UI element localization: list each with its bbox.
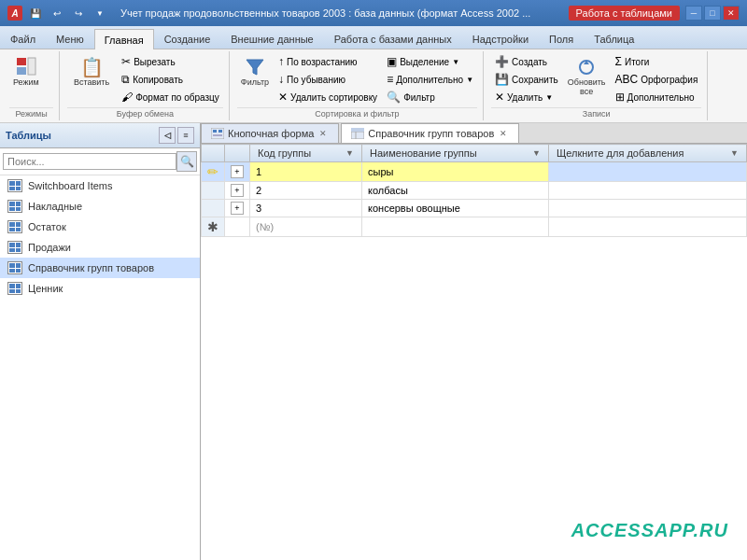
table-icon-ostatok xyxy=(7,220,22,233)
tab-file[interactable]: Файл xyxy=(0,28,46,49)
zapisi-col1: ➕ Создать 💾 Сохранить ✕ Удалить ▼ xyxy=(491,53,562,105)
filter-button[interactable]: Фильтр xyxy=(237,53,273,91)
list-item-ostatok[interactable]: Остаток xyxy=(0,217,200,237)
search-button[interactable]: 🔍 xyxy=(176,151,197,172)
group-bufer-label: Буфер обмена xyxy=(67,107,223,119)
orfogr-icon: ABC xyxy=(615,73,639,86)
list-item-cennik[interactable]: Ценник xyxy=(0,278,200,299)
row-kod-new: (№) xyxy=(250,217,362,237)
expand-btn-2[interactable]: + xyxy=(231,184,244,197)
app-icon: A xyxy=(7,6,22,21)
select-label: Выделение xyxy=(400,57,449,67)
copy-button[interactable]: ⧉ Копировать xyxy=(118,71,223,88)
del-sort-label: Удалить сортировку xyxy=(290,92,377,103)
row-name-2[interactable]: колбасы xyxy=(362,182,549,200)
tab-create[interactable]: Создание xyxy=(154,28,221,49)
list-item-prodazhi[interactable]: Продажи xyxy=(0,237,200,258)
search-input[interactable] xyxy=(3,153,176,170)
paste-icon: 📋 xyxy=(80,56,103,78)
more-label: Дополнительно xyxy=(396,75,463,85)
itogi-btn[interactable]: Σ Итоги xyxy=(612,53,702,70)
create-btn[interactable]: ➕ Создать xyxy=(491,53,562,70)
select-button[interactable]: ▣ Выделение ▼ xyxy=(383,53,477,70)
tab-knopochnaya[interactable]: Кнопочная форма ✕ xyxy=(201,123,339,143)
col-header-kod[interactable]: Код группы ▼ xyxy=(250,145,362,162)
qa-arrow-btn[interactable]: ▼ xyxy=(91,5,109,21)
cut-button[interactable]: ✂ Вырезать xyxy=(118,53,223,70)
col-header-name[interactable]: Наименование группы ▼ xyxy=(362,145,549,162)
cut-icon: ✂ xyxy=(121,55,131,68)
filter2-button[interactable]: 🔍 Фильтр xyxy=(383,89,477,105)
list-item-spravochnik[interactable]: Справочник групп товаров xyxy=(0,258,200,278)
minimize-button[interactable]: ─ xyxy=(685,6,702,21)
paste-button[interactable]: 📋 Вставить xyxy=(67,53,116,91)
more-button[interactable]: ≡ Дополнительно ▼ xyxy=(383,71,477,88)
expand-btn-1[interactable]: + xyxy=(231,165,244,178)
svg-rect-5 xyxy=(211,128,224,139)
row-id-1: 1 xyxy=(256,166,261,177)
row-kod-1[interactable]: 1 xyxy=(250,162,362,182)
svg-rect-6 xyxy=(213,130,217,133)
expand-btn-3[interactable]: + xyxy=(231,202,244,215)
save-label: Сохранить xyxy=(512,75,558,85)
tab-spravochnik-close[interactable]: ✕ xyxy=(498,128,509,139)
dop-btn[interactable]: ⊞ Дополнительно xyxy=(612,89,702,105)
tab-home[interactable]: Главная xyxy=(94,29,154,49)
save-btn[interactable]: 💾 Сохранить xyxy=(491,71,562,88)
row-name-1[interactable]: сыры xyxy=(362,162,549,182)
sort-desc-button[interactable]: ↓ По убыванию xyxy=(275,71,381,88)
table-row-2[interactable]: + 2 колбасы xyxy=(202,182,747,200)
panel-search-btn[interactable]: ◁ xyxy=(159,127,176,144)
tab-knopochnaya-label: Кнопочная форма xyxy=(228,128,314,139)
format-button[interactable]: 🖌 Формат по образцу xyxy=(118,89,223,105)
sort-asc-button[interactable]: ↑ По возрастанию xyxy=(275,53,381,70)
table-row-1[interactable]: ✏ + 1 сыры xyxy=(202,162,747,182)
list-item-nakladnye[interactable]: Накладные xyxy=(0,196,200,217)
tab-spravochnik[interactable]: Справочник групп товаров ✕ xyxy=(341,123,519,143)
tab-fields[interactable]: Поля xyxy=(539,28,584,49)
rezhim-button[interactable]: Режим xyxy=(9,53,43,91)
panel-menu-btn[interactable]: ≡ xyxy=(177,127,194,144)
list-item-switchboard[interactable]: Switchboard Items xyxy=(0,175,200,196)
rezhim-icon xyxy=(15,56,37,78)
orfogr-btn[interactable]: ABC Орфография xyxy=(612,71,702,88)
col-header-selector xyxy=(202,145,225,162)
title-bar-left: A 💾 ↩ ↪ ▼ Учет продаж продовольственных … xyxy=(7,5,530,21)
group-rezhimy-content: Режим xyxy=(9,53,53,105)
row-expand-3[interactable]: + xyxy=(225,200,250,217)
col-kod-sort: ▼ xyxy=(345,148,354,158)
tab-table[interactable]: Таблица xyxy=(584,28,644,49)
work-tables-button[interactable]: Работа с таблицами xyxy=(569,6,680,21)
row-kod-2[interactable]: 2 xyxy=(250,182,362,200)
group-rezhimy-label: Режимы xyxy=(9,107,53,119)
tab-menu[interactable]: Меню xyxy=(46,28,94,49)
qa-save-btn[interactable]: 💾 xyxy=(26,5,45,21)
close-button[interactable]: ✕ xyxy=(723,6,740,21)
row-kod-3[interactable]: 3 xyxy=(250,200,362,217)
qa-undo-btn[interactable]: ↩ xyxy=(48,5,66,21)
format-label: Формат по образцу xyxy=(135,92,219,103)
tabs-bar: Кнопочная форма ✕ Справочник групп товар… xyxy=(201,123,747,144)
search-box: 🔍 xyxy=(0,148,200,175)
tab-addins[interactable]: Надстройки xyxy=(462,28,539,49)
table-icon-spravochnik xyxy=(7,261,22,274)
row-expand-2[interactable]: + xyxy=(225,182,250,200)
group-zapisi: ➕ Создать 💾 Сохранить ✕ Удалить ▼ xyxy=(486,51,708,120)
refresh-button[interactable]: Обновитьвсе xyxy=(564,53,610,100)
form-tab-icon xyxy=(211,128,224,139)
restore-button[interactable]: □ xyxy=(704,6,721,21)
tab-knopochnaya-close[interactable]: ✕ xyxy=(317,128,329,139)
delete-icon: ✕ xyxy=(495,91,504,104)
tab-db[interactable]: Работа с базами данных xyxy=(324,28,462,49)
table-row-new[interactable]: ✱ (№) xyxy=(202,217,747,237)
ribbon: Файл Меню Главная Создание Внешние данны… xyxy=(0,26,747,123)
col-header-add[interactable]: Щелкните для добавления ▼ xyxy=(549,145,747,162)
delete-btn[interactable]: ✕ Удалить ▼ xyxy=(491,89,562,105)
qa-redo-btn[interactable]: ↪ xyxy=(69,5,88,21)
tab-external[interactable]: Внешние данные xyxy=(220,28,323,49)
row-name-3[interactable]: консервы овощные xyxy=(362,200,549,217)
bufer-secondary: ✂ Вырезать ⧉ Копировать 🖌 Формат по обра… xyxy=(118,53,223,105)
table-row-3[interactable]: + 3 консервы овощные xyxy=(202,200,747,217)
row-expand-1[interactable]: + xyxy=(225,162,250,182)
del-sort-button[interactable]: ✕ Удалить сортировку xyxy=(275,89,381,105)
